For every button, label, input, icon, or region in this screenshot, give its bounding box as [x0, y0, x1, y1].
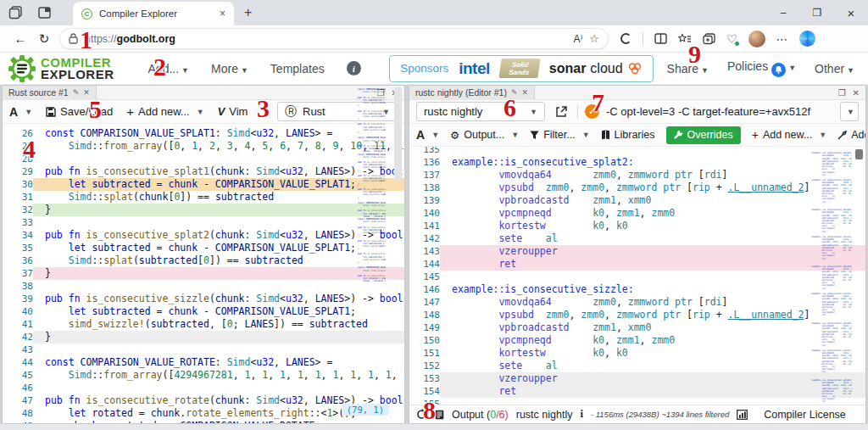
- info-icon[interactable]: i: [580, 408, 582, 421]
- back-button[interactable]: ←: [8, 31, 32, 46]
- source-code-line[interactable]: 39pub fn is_consecutive_sizzle(chunk: Si…: [3, 293, 404, 305]
- source-code-line[interactable]: 26const COMPARISON_VALUE_SPLAT1: Simd<u3…: [3, 127, 404, 140]
- assembly-line[interactable]: 149 vpbroadcastd zmm1, xmm0: [409, 321, 865, 334]
- options-dropdown-button[interactable]: ▼: [840, 102, 859, 121]
- font-size-button[interactable]: A▼: [9, 105, 32, 119]
- source-code-line[interactable]: 49 chunk - rotated == COMPARISON_VALUE_R…: [3, 420, 404, 423]
- assembly-line[interactable]: 140 vpcmpneqd k0, zmm1, zmm0: [409, 207, 865, 220]
- assembly-line[interactable]: 141 kortestw k0, k0: [409, 220, 865, 232]
- assembly-line[interactable]: 142 sete al: [409, 232, 865, 245]
- rename-pencil-icon[interactable]: ✎: [73, 88, 80, 97]
- assembly-line[interactable]: 153 vzeroupper: [409, 372, 865, 385]
- settings-more-icon[interactable]: ⋯: [776, 33, 788, 45]
- output-log-icon[interactable]: [435, 410, 444, 420]
- new-tab-button[interactable]: +: [244, 5, 252, 20]
- menu-more[interactable]: More▼: [211, 62, 248, 75]
- source-code-line[interactable]: 40 let subtracted = chunk - COMPARISON_V…: [3, 305, 404, 318]
- source-code-line[interactable]: 43: [3, 343, 404, 356]
- assembly-line[interactable]: 143 vzeroupper: [409, 245, 865, 258]
- assembly-output-editor[interactable]: 135136example::is_consecutive_splat2:137…: [409, 147, 865, 405]
- source-code-line[interactable]: 29pub fn is_consecutive_splat1(chunk: Si…: [3, 165, 404, 178]
- compiler-explorer-logo[interactable]: COMPILER EXPLORER: [8, 55, 114, 82]
- assembly-minimap[interactable]: example::is_consecutive_splat2: vmovdqa6…: [811, 149, 852, 424]
- filter-button[interactable]: Filter...▼: [530, 129, 589, 141]
- tab-groups-icon[interactable]: [8, 6, 24, 20]
- pane-tab-close-icon[interactable]: ✕: [522, 88, 529, 97]
- source-code-line[interactable]: 27 Simd::from_array([0, 1, 2, 3, 4, 5, 6…: [3, 140, 404, 153]
- source-code-line[interactable]: 34pub fn is_consecutive_splat2(chunk: Si…: [3, 229, 404, 242]
- source-code-line[interactable]: 36 Simd::splat(subtracted[0]) == subtrac…: [3, 254, 404, 267]
- source-code-line[interactable]: 32}: [3, 204, 404, 216]
- overrides-button[interactable]: Overrides: [666, 126, 741, 144]
- source-scrollbar[interactable]: [393, 86, 403, 423]
- favorite-star-icon[interactable]: ☆: [589, 32, 599, 45]
- info-icon[interactable]: i: [347, 61, 361, 75]
- tab-close-icon[interactable]: ×: [220, 8, 225, 20]
- compiler-license-link[interactable]: Compiler License: [764, 409, 846, 421]
- font-size-button[interactable]: A▼: [416, 128, 439, 142]
- assembly-line[interactable]: 146example::is_consecutive_sizzle:: [409, 283, 865, 296]
- source-code-editor[interactable]: 26const COMPARISON_VALUE_SPLAT1: Simd<u3…: [3, 124, 404, 423]
- popout-icon[interactable]: [552, 106, 570, 118]
- solid-sands-logo[interactable]: SolidSands: [498, 59, 540, 78]
- window-close-button[interactable]: ×: [834, 6, 868, 20]
- assembly-line[interactable]: 148 vpsubd zmm0, zmm0, zmmword ptr [rip …: [409, 309, 865, 321]
- assembly-line[interactable]: 155: [409, 398, 865, 405]
- sonarcloud-logo[interactable]: sonarcloud: [549, 61, 643, 76]
- profile-avatar[interactable]: [748, 31, 765, 47]
- pane-maximize-icon[interactable]: ❐: [838, 88, 846, 98]
- menu-templates[interactable]: Templates: [270, 62, 325, 75]
- source-code-line[interactable]: 46: [3, 382, 404, 394]
- browser-essentials-icon[interactable]: ♡: [726, 32, 737, 46]
- assembly-line[interactable]: 152 sete al: [409, 360, 865, 372]
- source-code-line[interactable]: 33: [3, 216, 404, 229]
- source-code-line[interactable]: 42}: [3, 331, 404, 343]
- assembly-scrollbar[interactable]: [854, 148, 864, 405]
- collections-icon[interactable]: [703, 33, 715, 45]
- source-code-line[interactable]: 45 Simd::from_array([4294967281, 1, 1, 1…: [3, 369, 404, 382]
- address-bar[interactable]: https:// godbolt.org A⁾ ☆: [59, 28, 609, 49]
- window-maximize-button[interactable]: ❐: [800, 7, 834, 19]
- pane-close-icon[interactable]: ✕: [853, 88, 860, 98]
- vertical-tabs-icon[interactable]: [37, 6, 53, 20]
- refresh-button[interactable]: ↻: [32, 31, 56, 47]
- assembly-line[interactable]: 150 vpcmpneqd k0, zmm1, zmm0: [409, 334, 865, 347]
- source-code-line[interactable]: 35 let subtracted = chunk - COMPARISON_V…: [3, 242, 404, 254]
- assembly-line[interactable]: 137 vmovdqa64 zmm0, zmmword ptr [rdi]: [409, 169, 865, 181]
- source-minimap[interactable]: const COMPARISON_VALUE_SPLAT1: Simd<u32,…: [358, 88, 386, 351]
- window-minimize-button[interactable]: –: [766, 7, 800, 19]
- source-code-line[interactable]: 37}: [3, 267, 404, 280]
- read-aloud-icon[interactable]: A⁾: [573, 33, 582, 45]
- source-code-line[interactable]: 31 Simd::splat(chunk[0]) == subtracted: [3, 191, 404, 204]
- add-new-button[interactable]: +Add new...▼: [752, 128, 826, 142]
- compiler-options-input[interactable]: -C opt-level=3 -C target-feature=+avx512…: [606, 105, 833, 118]
- source-code-line[interactable]: 44const COMPARISON_VALUE_ROTATE: Simd<u3…: [3, 356, 404, 369]
- copilot-icon[interactable]: [799, 31, 815, 47]
- browser-tab[interactable]: C Compiler Explorer ×: [73, 2, 234, 25]
- assembly-line[interactable]: 138 vpsubd zmm0, zmm0, zmmword ptr [rip …: [409, 181, 865, 194]
- menu-other[interactable]: Other▼: [815, 62, 854, 75]
- source-code-line[interactable]: 28: [3, 153, 404, 165]
- source-code-line[interactable]: 38: [3, 280, 404, 293]
- compiler-select[interactable]: rustc nightly▼: [416, 102, 545, 121]
- add-tool-button[interactable]: Add tool...▼: [837, 129, 865, 141]
- menu-policies[interactable]: Policies▼: [727, 59, 796, 77]
- assembly-line[interactable]: 135: [409, 147, 865, 156]
- save-load-button[interactable]: Save/Load: [46, 105, 113, 118]
- assembly-line[interactable]: 139 vpbroadcastd zmm1, xmm0: [409, 194, 865, 207]
- source-pane-tab[interactable]: Rust source #1 ✎ ✕: [3, 86, 97, 100]
- source-code-line[interactable]: 30 let subtracted = chunk - COMPARISON_V…: [3, 178, 404, 191]
- add-new-button[interactable]: +Add new...▼: [126, 104, 203, 119]
- source-code-line[interactable]: 41 simd_swizzle!(subtracted, [0; LANES])…: [3, 318, 404, 331]
- assembly-line[interactable]: 154 ret: [409, 385, 865, 398]
- assembly-line[interactable]: 136example::is_consecutive_splat2:: [409, 156, 865, 169]
- assembly-line[interactable]: 147 vmovdqa64 zmm0, zmmword ptr [rdi]: [409, 296, 865, 309]
- assembly-line[interactable]: 145: [409, 271, 865, 283]
- output-button[interactable]: ⚙Output...▼: [450, 129, 519, 142]
- chart-bars-icon[interactable]: [737, 410, 748, 420]
- split-screen-icon[interactable]: [654, 33, 667, 44]
- vim-toggle-button[interactable]: VVim: [218, 105, 248, 118]
- intel-logo[interactable]: intel: [459, 59, 490, 78]
- extension-icon[interactable]: [620, 33, 632, 44]
- libraries-button[interactable]: Libraries: [601, 129, 655, 141]
